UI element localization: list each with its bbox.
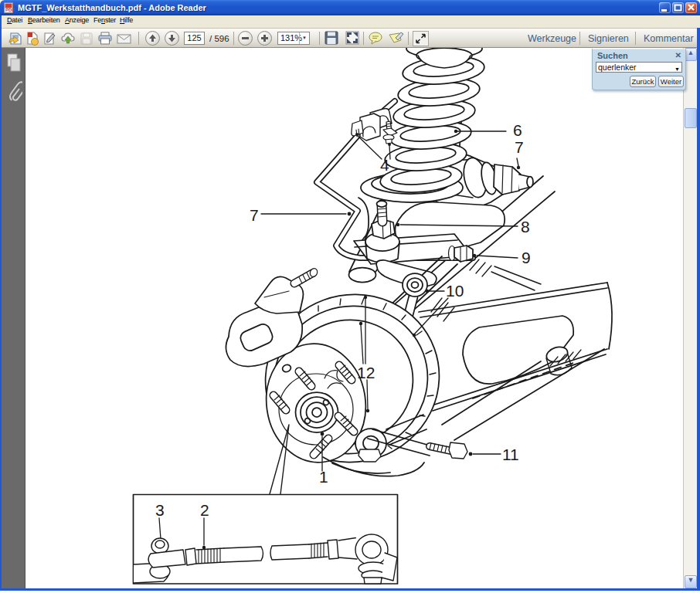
svg-text:3: 3 bbox=[155, 501, 165, 519]
svg-text:8: 8 bbox=[521, 218, 530, 236]
svg-text:9: 9 bbox=[522, 249, 531, 266]
svg-text:PDF: PDF bbox=[5, 8, 15, 12]
svg-text:10: 10 bbox=[446, 282, 464, 300]
svg-text:7: 7 bbox=[250, 206, 259, 224]
svg-text:11: 11 bbox=[502, 446, 519, 463]
svg-text:12: 12 bbox=[357, 364, 375, 381]
svg-text:2: 2 bbox=[200, 501, 209, 519]
svg-text:6: 6 bbox=[513, 121, 522, 139]
svg-text:1: 1 bbox=[319, 468, 328, 486]
svg-text:7: 7 bbox=[515, 138, 524, 156]
